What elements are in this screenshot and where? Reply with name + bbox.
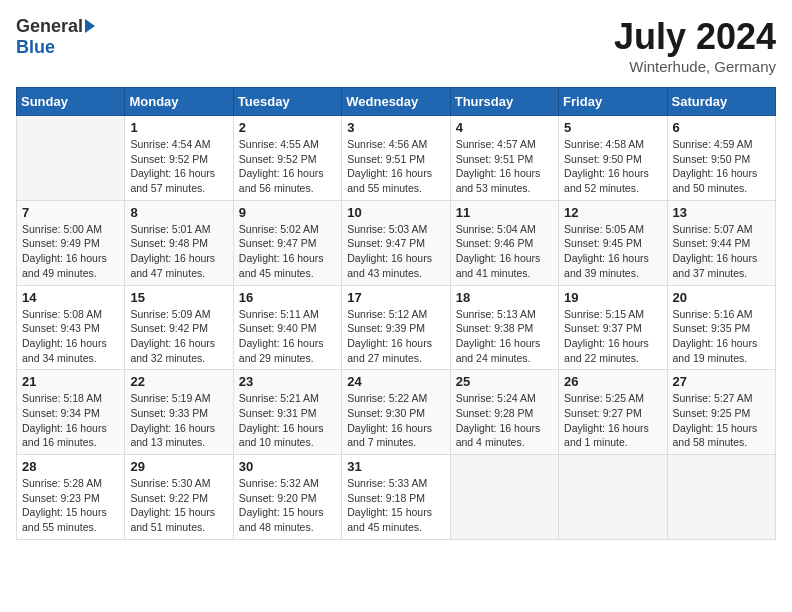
logo-triangle-icon (85, 19, 95, 33)
day-info: Sunrise: 5:33 AM Sunset: 9:18 PM Dayligh… (347, 476, 444, 535)
calendar-cell: 6Sunrise: 4:59 AM Sunset: 9:50 PM Daylig… (667, 116, 775, 201)
calendar-cell: 24Sunrise: 5:22 AM Sunset: 9:30 PM Dayli… (342, 370, 450, 455)
calendar-cell (17, 116, 125, 201)
day-info: Sunrise: 5:00 AM Sunset: 9:49 PM Dayligh… (22, 222, 119, 281)
calendar-cell: 26Sunrise: 5:25 AM Sunset: 9:27 PM Dayli… (559, 370, 667, 455)
day-number: 29 (130, 459, 227, 474)
calendar-header-wednesday: Wednesday (342, 88, 450, 116)
calendar-cell: 21Sunrise: 5:18 AM Sunset: 9:34 PM Dayli… (17, 370, 125, 455)
calendar-header-row: SundayMondayTuesdayWednesdayThursdayFrid… (17, 88, 776, 116)
day-number: 13 (673, 205, 770, 220)
calendar-week-row: 28Sunrise: 5:28 AM Sunset: 9:23 PM Dayli… (17, 455, 776, 540)
day-number: 24 (347, 374, 444, 389)
day-number: 17 (347, 290, 444, 305)
calendar-week-row: 1Sunrise: 4:54 AM Sunset: 9:52 PM Daylig… (17, 116, 776, 201)
calendar-cell: 31Sunrise: 5:33 AM Sunset: 9:18 PM Dayli… (342, 455, 450, 540)
day-info: Sunrise: 4:59 AM Sunset: 9:50 PM Dayligh… (673, 137, 770, 196)
day-info: Sunrise: 5:03 AM Sunset: 9:47 PM Dayligh… (347, 222, 444, 281)
day-info: Sunrise: 5:09 AM Sunset: 9:42 PM Dayligh… (130, 307, 227, 366)
calendar-week-row: 14Sunrise: 5:08 AM Sunset: 9:43 PM Dayli… (17, 285, 776, 370)
calendar-cell: 14Sunrise: 5:08 AM Sunset: 9:43 PM Dayli… (17, 285, 125, 370)
calendar-cell: 10Sunrise: 5:03 AM Sunset: 9:47 PM Dayli… (342, 200, 450, 285)
calendar-cell (450, 455, 558, 540)
location-subtitle: Winterhude, Germany (614, 58, 776, 75)
calendar-cell: 12Sunrise: 5:05 AM Sunset: 9:45 PM Dayli… (559, 200, 667, 285)
day-number: 16 (239, 290, 336, 305)
day-info: Sunrise: 4:56 AM Sunset: 9:51 PM Dayligh… (347, 137, 444, 196)
day-number: 10 (347, 205, 444, 220)
calendar-header-monday: Monday (125, 88, 233, 116)
day-number: 1 (130, 120, 227, 135)
logo-blue-text: Blue (16, 37, 55, 58)
day-info: Sunrise: 5:24 AM Sunset: 9:28 PM Dayligh… (456, 391, 553, 450)
calendar-header-sunday: Sunday (17, 88, 125, 116)
day-info: Sunrise: 5:22 AM Sunset: 9:30 PM Dayligh… (347, 391, 444, 450)
day-number: 9 (239, 205, 336, 220)
day-number: 18 (456, 290, 553, 305)
day-info: Sunrise: 5:27 AM Sunset: 9:25 PM Dayligh… (673, 391, 770, 450)
day-number: 30 (239, 459, 336, 474)
calendar-cell: 23Sunrise: 5:21 AM Sunset: 9:31 PM Dayli… (233, 370, 341, 455)
day-number: 22 (130, 374, 227, 389)
day-number: 12 (564, 205, 661, 220)
calendar-cell: 5Sunrise: 4:58 AM Sunset: 9:50 PM Daylig… (559, 116, 667, 201)
calendar-week-row: 21Sunrise: 5:18 AM Sunset: 9:34 PM Dayli… (17, 370, 776, 455)
day-info: Sunrise: 5:05 AM Sunset: 9:45 PM Dayligh… (564, 222, 661, 281)
day-number: 28 (22, 459, 119, 474)
page-header: General Blue July 2024 Winterhude, Germa… (16, 16, 776, 75)
day-info: Sunrise: 4:55 AM Sunset: 9:52 PM Dayligh… (239, 137, 336, 196)
day-info: Sunrise: 5:25 AM Sunset: 9:27 PM Dayligh… (564, 391, 661, 450)
calendar-cell: 17Sunrise: 5:12 AM Sunset: 9:39 PM Dayli… (342, 285, 450, 370)
calendar-cell: 22Sunrise: 5:19 AM Sunset: 9:33 PM Dayli… (125, 370, 233, 455)
calendar-header-thursday: Thursday (450, 88, 558, 116)
day-number: 2 (239, 120, 336, 135)
day-info: Sunrise: 5:07 AM Sunset: 9:44 PM Dayligh… (673, 222, 770, 281)
calendar-cell: 19Sunrise: 5:15 AM Sunset: 9:37 PM Dayli… (559, 285, 667, 370)
day-number: 6 (673, 120, 770, 135)
calendar-cell: 11Sunrise: 5:04 AM Sunset: 9:46 PM Dayli… (450, 200, 558, 285)
day-info: Sunrise: 5:01 AM Sunset: 9:48 PM Dayligh… (130, 222, 227, 281)
calendar-week-row: 7Sunrise: 5:00 AM Sunset: 9:49 PM Daylig… (17, 200, 776, 285)
calendar-table: SundayMondayTuesdayWednesdayThursdayFrid… (16, 87, 776, 540)
day-number: 19 (564, 290, 661, 305)
calendar-cell: 3Sunrise: 4:56 AM Sunset: 9:51 PM Daylig… (342, 116, 450, 201)
calendar-cell: 18Sunrise: 5:13 AM Sunset: 9:38 PM Dayli… (450, 285, 558, 370)
day-number: 3 (347, 120, 444, 135)
day-number: 5 (564, 120, 661, 135)
day-number: 26 (564, 374, 661, 389)
day-number: 14 (22, 290, 119, 305)
day-info: Sunrise: 5:02 AM Sunset: 9:47 PM Dayligh… (239, 222, 336, 281)
calendar-cell: 8Sunrise: 5:01 AM Sunset: 9:48 PM Daylig… (125, 200, 233, 285)
calendar-header-friday: Friday (559, 88, 667, 116)
calendar-cell: 20Sunrise: 5:16 AM Sunset: 9:35 PM Dayli… (667, 285, 775, 370)
logo-general-text: General (16, 16, 83, 37)
calendar-cell: 16Sunrise: 5:11 AM Sunset: 9:40 PM Dayli… (233, 285, 341, 370)
day-info: Sunrise: 5:04 AM Sunset: 9:46 PM Dayligh… (456, 222, 553, 281)
calendar-cell: 29Sunrise: 5:30 AM Sunset: 9:22 PM Dayli… (125, 455, 233, 540)
day-number: 27 (673, 374, 770, 389)
day-info: Sunrise: 5:18 AM Sunset: 9:34 PM Dayligh… (22, 391, 119, 450)
day-info: Sunrise: 5:15 AM Sunset: 9:37 PM Dayligh… (564, 307, 661, 366)
calendar-cell: 28Sunrise: 5:28 AM Sunset: 9:23 PM Dayli… (17, 455, 125, 540)
day-number: 15 (130, 290, 227, 305)
day-info: Sunrise: 5:32 AM Sunset: 9:20 PM Dayligh… (239, 476, 336, 535)
calendar-cell: 30Sunrise: 5:32 AM Sunset: 9:20 PM Dayli… (233, 455, 341, 540)
calendar-cell: 27Sunrise: 5:27 AM Sunset: 9:25 PM Dayli… (667, 370, 775, 455)
day-info: Sunrise: 5:12 AM Sunset: 9:39 PM Dayligh… (347, 307, 444, 366)
calendar-cell: 7Sunrise: 5:00 AM Sunset: 9:49 PM Daylig… (17, 200, 125, 285)
calendar-cell: 15Sunrise: 5:09 AM Sunset: 9:42 PM Dayli… (125, 285, 233, 370)
day-info: Sunrise: 5:21 AM Sunset: 9:31 PM Dayligh… (239, 391, 336, 450)
day-number: 7 (22, 205, 119, 220)
calendar-cell: 1Sunrise: 4:54 AM Sunset: 9:52 PM Daylig… (125, 116, 233, 201)
calendar-cell: 9Sunrise: 5:02 AM Sunset: 9:47 PM Daylig… (233, 200, 341, 285)
logo: General Blue (16, 16, 95, 58)
day-number: 4 (456, 120, 553, 135)
day-info: Sunrise: 4:57 AM Sunset: 9:51 PM Dayligh… (456, 137, 553, 196)
day-info: Sunrise: 5:16 AM Sunset: 9:35 PM Dayligh… (673, 307, 770, 366)
calendar-cell: 25Sunrise: 5:24 AM Sunset: 9:28 PM Dayli… (450, 370, 558, 455)
calendar-body: 1Sunrise: 4:54 AM Sunset: 9:52 PM Daylig… (17, 116, 776, 540)
calendar-cell (559, 455, 667, 540)
calendar-cell: 4Sunrise: 4:57 AM Sunset: 9:51 PM Daylig… (450, 116, 558, 201)
day-info: Sunrise: 4:54 AM Sunset: 9:52 PM Dayligh… (130, 137, 227, 196)
day-number: 11 (456, 205, 553, 220)
